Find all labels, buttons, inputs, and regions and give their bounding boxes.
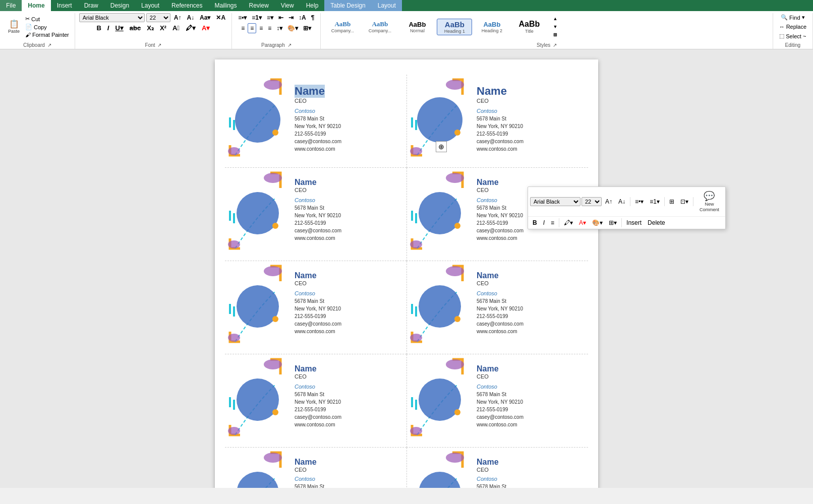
- ft-delete[interactable]: Delete: [645, 218, 668, 227]
- font-launcher[interactable]: ↗: [157, 42, 161, 48]
- ft-table-grid[interactable]: ⊞: [667, 197, 677, 206]
- align-right-button[interactable]: ≡: [257, 24, 265, 33]
- card-company: Contoso: [295, 197, 341, 203]
- clear-formatting-button[interactable]: ✕A: [214, 13, 227, 22]
- style-item-title[interactable]: AaBb Title: [511, 19, 547, 35]
- tab-design[interactable]: Design: [104, 0, 135, 11]
- style-item-h1[interactable]: AaBb Heading 1: [437, 19, 472, 35]
- card-name: Name: [295, 458, 341, 467]
- font-family-select[interactable]: Arial Black Arial Times New Roman: [79, 13, 145, 22]
- decrease-indent-button[interactable]: ⇤: [276, 13, 285, 22]
- change-case-button[interactable]: Aa▾: [198, 13, 212, 22]
- paragraph-launcher[interactable]: ↗: [287, 42, 292, 48]
- ft-italic[interactable]: I: [541, 218, 547, 227]
- borders-button[interactable]: ⊞▾: [301, 24, 313, 33]
- clipboard-launcher[interactable]: ↗: [47, 42, 51, 48]
- bullets-button[interactable]: ≡•▾: [236, 13, 249, 22]
- style-preview-normal: AaBb: [409, 21, 426, 28]
- table-row: Name CEO Contoso 5678 Main StNew York, N…: [225, 168, 406, 261]
- ft-table-options[interactable]: ⊡▾: [678, 197, 691, 206]
- ft-shading[interactable]: 🎨▾: [590, 218, 605, 227]
- table-row: Name CEO Contoso 5678 Main StNew York, N…: [225, 448, 406, 488]
- tab-insert[interactable]: Insert: [51, 0, 78, 11]
- style-label-h2: Heading 2: [482, 28, 502, 33]
- tab-references[interactable]: References: [165, 0, 208, 11]
- new-comment-button[interactable]: 💬 NewComment: [695, 188, 723, 215]
- line-spacing-button[interactable]: ↕▾: [274, 24, 284, 33]
- ft-decrease-font[interactable]: A↓: [616, 197, 628, 206]
- cut-icon: ✂: [25, 16, 30, 22]
- italic-button[interactable]: I: [105, 24, 112, 32]
- shading-button[interactable]: 🎨▾: [285, 24, 300, 33]
- tab-layout[interactable]: Layout: [135, 0, 165, 11]
- tab-mailings[interactable]: Mailings: [208, 0, 243, 11]
- replace-button[interactable]: ↔ Replace: [777, 23, 808, 31]
- text-effects-button[interactable]: A⃝: [170, 24, 182, 32]
- svg-point-16: [237, 192, 279, 234]
- style-item-company2[interactable]: AaBb Company...: [362, 19, 397, 34]
- highlight-button[interactable]: 🖍▾: [183, 24, 198, 32]
- bold-button[interactable]: B: [94, 24, 103, 32]
- tab-view[interactable]: View: [275, 0, 300, 11]
- card-title: CEO: [477, 187, 524, 193]
- new-comment-icon: 💬: [704, 191, 715, 202]
- format-painter-button[interactable]: 🖌 Format Painter: [24, 31, 71, 38]
- tab-file[interactable]: File: [0, 0, 22, 11]
- tab-home[interactable]: Home: [22, 0, 50, 11]
- svg-rect-45: [415, 400, 417, 410]
- paste-icon: 📋: [9, 20, 19, 28]
- table-move-handle[interactable]: ⊕: [436, 141, 447, 152]
- tab-draw[interactable]: Draw: [78, 0, 104, 11]
- ft-bullets[interactable]: ≡•▾: [632, 197, 646, 206]
- ft-bold[interactable]: B: [530, 218, 540, 227]
- tab-help[interactable]: Help: [300, 0, 325, 11]
- svg-rect-27: [233, 306, 235, 317]
- styles-launcher[interactable]: ↗: [553, 42, 557, 48]
- decrease-font-button[interactable]: A↓: [185, 13, 196, 22]
- style-item-h2[interactable]: AaBb Heading 2: [474, 20, 509, 34]
- justify-button[interactable]: ≡: [266, 24, 273, 33]
- show-hide-button[interactable]: ¶: [309, 13, 317, 22]
- increase-font-button[interactable]: A↑: [172, 13, 184, 22]
- sort-button[interactable]: ↕A: [297, 13, 308, 22]
- svg-point-6: [446, 80, 464, 90]
- svg-point-7: [410, 147, 422, 155]
- ft-font-color[interactable]: A▾: [576, 218, 589, 227]
- font-color-button[interactable]: A▾: [199, 24, 212, 32]
- increase-indent-button[interactable]: ⇥: [286, 13, 296, 22]
- copy-button[interactable]: 📄 Copy: [24, 23, 71, 31]
- tab-layout2[interactable]: Layout: [372, 0, 402, 11]
- ft-increase-font[interactable]: A↑: [603, 197, 615, 206]
- align-center-button[interactable]: ≡: [248, 23, 256, 33]
- strikethrough-button[interactable]: abc: [127, 24, 143, 32]
- style-item-company1[interactable]: AaBb Company...: [325, 19, 360, 34]
- styles-scroll-up[interactable]: ▲: [551, 15, 559, 22]
- ft-highlight[interactable]: 🖍▾: [561, 218, 575, 227]
- cut-button[interactable]: ✂ Cut: [24, 15, 71, 23]
- subscript-button[interactable]: X₂: [144, 24, 156, 32]
- tab-review[interactable]: Review: [243, 0, 275, 11]
- select-button[interactable]: ⬚ Select ~: [777, 32, 808, 40]
- ft-font-size[interactable]: 22: [582, 197, 602, 206]
- ft-borders[interactable]: ⊞▾: [606, 218, 619, 227]
- styles-more[interactable]: ⊞: [551, 31, 559, 38]
- ft-numbering[interactable]: ≡1▾: [647, 197, 662, 206]
- align-left-button[interactable]: ≡: [239, 24, 247, 33]
- card-art-svg: [407, 168, 473, 259]
- styles-scroll-down[interactable]: ▼: [551, 23, 559, 30]
- tab-table-design[interactable]: Table Design: [324, 0, 371, 11]
- find-button[interactable]: 🔍 Find ▾: [779, 13, 806, 22]
- font-size-select[interactable]: 22 810121416182024: [146, 13, 170, 22]
- ft-font-family[interactable]: Arial Black: [530, 197, 580, 206]
- paste-button[interactable]: 📋 Paste: [4, 19, 24, 35]
- ft-align-center[interactable]: ≡: [548, 218, 557, 227]
- para-row1: ≡•▾ ≡1▾ ≡▾ ⇤ ⇥ ↕A ¶: [236, 13, 316, 22]
- svg-point-29: [272, 316, 278, 322]
- superscript-button[interactable]: X²: [157, 24, 169, 32]
- ft-insert[interactable]: Insert: [624, 218, 644, 227]
- multilevel-list-button[interactable]: ≡▾: [265, 13, 275, 22]
- style-item-normal[interactable]: AaBb Normal: [399, 20, 435, 34]
- underline-button[interactable]: U▾: [112, 24, 126, 32]
- numbering-button[interactable]: ≡1▾: [250, 13, 264, 22]
- card-company: Contoso: [477, 108, 524, 114]
